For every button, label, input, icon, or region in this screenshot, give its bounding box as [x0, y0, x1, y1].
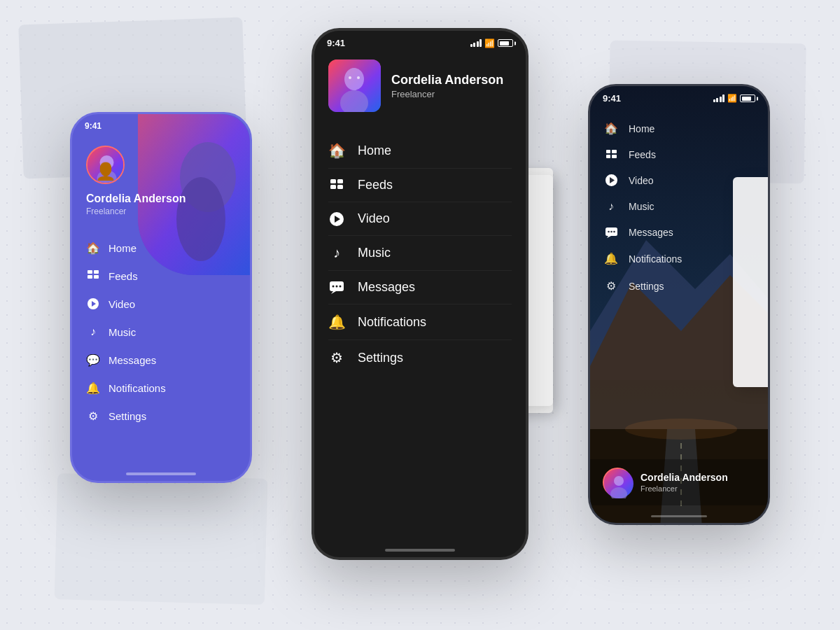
svg-point-13 — [344, 68, 364, 90]
svg-rect-8 — [88, 275, 92, 279]
bell-icon-right: 🔔 — [604, 252, 618, 265]
home-bar-right — [651, 515, 707, 517]
nav-left: 🏠 Home Feeds Video ♪ Musi — [86, 234, 236, 430]
phone-right: 9:41 📶 🏠 Home Feeds — [588, 84, 770, 525]
nav-music-label-center: Music — [358, 246, 391, 260]
messages-icon-center — [328, 281, 345, 294]
nav-messages-right[interactable]: Messages — [604, 220, 754, 245]
svg-point-27 — [340, 285, 342, 287]
user-title-right: Freelancer — [640, 484, 728, 493]
nav-feeds-label-center: Feeds — [358, 178, 393, 192]
wifi-icon-right: 📶 — [727, 94, 737, 103]
svg-rect-9 — [94, 275, 99, 279]
avatar-left — [86, 146, 125, 184]
profile-footer-right: Cordelia Anderson Freelancer — [590, 459, 768, 505]
home-icon-center: 🏠 — [328, 142, 345, 159]
nav-feeds-label-right: Feeds — [629, 149, 656, 160]
bell-icon-left: 🔔 — [86, 381, 100, 395]
svg-rect-7 — [94, 270, 99, 274]
svg-point-4 — [100, 155, 114, 169]
feeds-icon-center — [328, 179, 345, 192]
user-title-center: Freelancer — [391, 89, 503, 99]
svg-marker-24 — [331, 291, 336, 294]
nav-notifications-left[interactable]: 🔔 Notifications — [86, 374, 236, 402]
nav-home-label-right: Home — [629, 123, 654, 134]
video-icon-center — [328, 212, 345, 226]
nav-video-right[interactable]: Video — [604, 167, 754, 193]
nav-home-center[interactable]: 🏠 Home — [328, 133, 512, 169]
svg-point-46 — [613, 230, 615, 232]
nav-messages-label-right: Messages — [629, 227, 673, 238]
nav-notifications-right[interactable]: 🔔 Notifications — [604, 245, 754, 272]
nav-home-label-center: Home — [358, 144, 391, 158]
messages-icon-right — [604, 227, 618, 238]
nav-settings-left[interactable]: ⚙ Settings — [86, 402, 236, 430]
wifi-icon-center: 📶 — [484, 38, 495, 48]
nav-messages-center[interactable]: Messages — [328, 271, 512, 304]
nav-music-label-right: Music — [629, 201, 654, 212]
music-icon-right: ♪ — [604, 200, 618, 213]
user-name-center: Cordelia Anderson — [391, 73, 503, 88]
nav-home-label-left: Home — [108, 242, 136, 254]
nav-music-left[interactable]: ♪ Music — [86, 318, 236, 346]
nav-home-right[interactable]: 🏠 Home — [604, 115, 754, 142]
svg-rect-17 — [330, 179, 336, 183]
profile-section-left: Cordelia Anderson Freelancer — [86, 146, 236, 216]
nav-settings-label-left: Settings — [108, 410, 146, 422]
nav-settings-right[interactable]: ⚙ Settings — [604, 272, 754, 300]
time-center: 9:41 — [327, 38, 345, 48]
svg-rect-18 — [337, 179, 343, 183]
nav-feeds-label-left: Feeds — [108, 270, 138, 282]
nav-messages-left[interactable]: 💬 Messages — [86, 346, 236, 374]
nav-messages-label-center: Messages — [358, 280, 415, 295]
svg-point-5 — [97, 170, 117, 184]
battery-right — [740, 94, 755, 102]
svg-point-26 — [336, 285, 338, 287]
signal-center — [470, 39, 482, 47]
nav-music-center[interactable]: ♪ Music — [328, 236, 512, 271]
nav-feeds-center[interactable]: Feeds — [328, 169, 512, 202]
nav-music-right[interactable]: ♪ Music — [604, 193, 754, 220]
nav-video-center[interactable]: Video — [328, 202, 512, 236]
home-icon-left: 🏠 — [86, 241, 100, 255]
video-icon-right — [604, 174, 618, 186]
svg-rect-37 — [612, 150, 617, 153]
nav-notifications-center[interactable]: 🔔 Notifications — [328, 304, 512, 340]
nav-music-label-left: Music — [108, 326, 136, 338]
battery-center — [498, 39, 513, 47]
status-bar-center: 9:41 📶 — [314, 31, 526, 52]
nav-settings-center[interactable]: ⚙ Settings — [328, 340, 512, 375]
svg-point-35 — [625, 419, 737, 440]
svg-rect-39 — [612, 155, 617, 158]
settings-icon-left: ⚙ — [86, 409, 100, 423]
feeds-icon-right — [604, 150, 618, 160]
nav-notifications-label-left: Notifications — [108, 382, 166, 394]
nav-right: 🏠 Home Feeds Video ♪ Music — [590, 108, 768, 307]
nav-notifications-label-right: Notifications — [629, 253, 682, 265]
svg-marker-43 — [607, 236, 611, 238]
nav-video-left[interactable]: Video — [86, 290, 236, 318]
music-icon-center: ♪ — [328, 245, 345, 261]
svg-point-16 — [357, 76, 360, 79]
nav-feeds-left[interactable]: Feeds — [86, 262, 236, 290]
user-name-right: Cordelia Anderson — [640, 472, 728, 483]
home-icon-right: 🏠 — [604, 122, 618, 135]
user-title-left: Freelancer — [86, 206, 126, 216]
nav-video-label-center: Video — [358, 211, 390, 226]
nav-center: 🏠 Home Feeds Video ♪ Music — [314, 126, 526, 382]
avatar-right — [603, 468, 632, 497]
svg-point-15 — [349, 76, 351, 79]
music-icon-left: ♪ — [86, 325, 100, 339]
settings-icon-right: ⚙ — [604, 279, 618, 293]
nav-settings-label-center: Settings — [358, 351, 403, 365]
profile-header-center: Cordelia Anderson Freelancer — [314, 52, 526, 126]
svg-rect-38 — [606, 155, 610, 158]
phone-left: 9:41 — [70, 112, 252, 483]
nav-home-left[interactable]: 🏠 Home — [86, 234, 236, 262]
bell-icon-center: 🔔 — [328, 314, 345, 330]
nav-feeds-right[interactable]: Feeds — [604, 142, 754, 167]
time-left: 9:41 — [85, 121, 102, 131]
nav-video-label-right: Video — [629, 175, 654, 186]
nav-video-label-left: Video — [108, 298, 135, 310]
time-right: 9:41 — [603, 93, 621, 104]
